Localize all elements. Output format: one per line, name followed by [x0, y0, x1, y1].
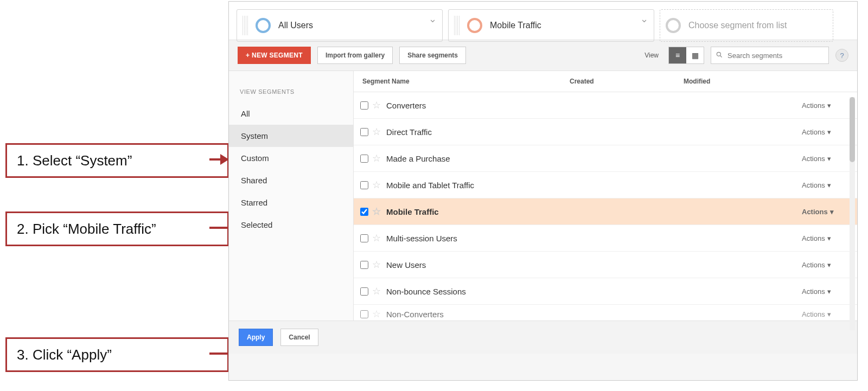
- table-row[interactable]: ☆ Made a Purchase Actions▾: [354, 145, 857, 172]
- row-actions-menu[interactable]: Actions▾: [802, 287, 857, 296]
- view-grid-button[interactable]: ▦: [686, 47, 704, 63]
- sidebar-item-shared[interactable]: Shared: [229, 169, 353, 191]
- segment-card-placeholder[interactable]: Choose segment from list: [660, 9, 833, 42]
- segment-sidebar: VIEW SEGMENTS All System Custom Shared S…: [229, 71, 354, 321]
- star-icon[interactable]: ☆: [370, 232, 383, 244]
- segment-list: Segment Name Created Modified ☆ Converte…: [354, 71, 857, 321]
- actions-label: Actions: [802, 101, 825, 110]
- segment-footer: Apply Cancel: [229, 321, 857, 354]
- table-row[interactable]: ☆ Mobile and Tablet Traffic Actions▾: [354, 172, 857, 198]
- row-checkbox[interactable]: [360, 234, 368, 242]
- segment-list-body[interactable]: ☆ Converters Actions▾ ☆ Direct Traffic A…: [354, 92, 857, 321]
- share-segments-button[interactable]: Share segments: [399, 47, 466, 64]
- star-icon[interactable]: ☆: [370, 152, 383, 164]
- apply-button[interactable]: Apply: [239, 329, 273, 346]
- segment-name: New Users: [383, 260, 574, 270]
- row-checkbox[interactable]: [360, 155, 368, 163]
- row-checkbox[interactable]: [360, 128, 368, 136]
- row-checkbox[interactable]: [360, 287, 368, 296]
- row-checkbox[interactable]: [360, 181, 368, 189]
- sidebar-item-all[interactable]: All: [229, 102, 353, 125]
- grid-icon: ▦: [692, 51, 699, 60]
- column-header-name[interactable]: Segment Name: [354, 71, 570, 92]
- caret-down-icon: ▾: [827, 234, 831, 242]
- search-icon: [716, 51, 723, 60]
- row-actions-menu[interactable]: Actions▾: [802, 261, 857, 269]
- caret-down-icon: ▾: [827, 261, 831, 269]
- search-segments-box[interactable]: [711, 47, 829, 64]
- import-from-gallery-button[interactable]: Import from gallery: [317, 47, 393, 64]
- sidebar-item-custom[interactable]: Custom: [229, 147, 353, 169]
- caret-down-icon: ▾: [827, 155, 831, 163]
- segment-name: Made a Purchase: [383, 154, 574, 163]
- drag-handle-icon[interactable]: [454, 16, 459, 35]
- star-icon[interactable]: ☆: [370, 179, 383, 191]
- row-actions-menu[interactable]: Actions▾: [802, 234, 857, 242]
- caret-down-icon: ▾: [827, 181, 831, 189]
- column-header-modified[interactable]: Modified: [684, 71, 797, 92]
- sidebar-item-selected[interactable]: Selected: [229, 214, 353, 236]
- view-label: View: [644, 52, 659, 59]
- chevron-down-icon[interactable]: ⌄: [429, 13, 437, 25]
- row-checkbox[interactable]: [360, 208, 368, 216]
- sidebar-item-starred[interactable]: Starred: [229, 191, 353, 214]
- search-segments-input[interactable]: [726, 51, 824, 60]
- row-checkbox[interactable]: [360, 310, 368, 318]
- help-icon[interactable]: ?: [835, 49, 848, 62]
- new-segment-button[interactable]: + NEW SEGMENT: [238, 47, 311, 64]
- segment-name: Converters: [383, 101, 574, 110]
- view-list-button[interactable]: ≡: [669, 47, 686, 63]
- table-row[interactable]: ☆ Converters Actions▾: [354, 92, 857, 119]
- annotation-step-3-text: 3. Click “Apply”: [17, 347, 112, 363]
- segment-picker: VIEW SEGMENTS All System Custom Shared S…: [229, 71, 857, 321]
- view-toggle: ≡ ▦: [668, 47, 704, 64]
- star-icon[interactable]: ☆: [370, 259, 383, 271]
- star-icon[interactable]: ☆: [370, 126, 383, 138]
- actions-label: Actions: [802, 128, 825, 136]
- star-icon[interactable]: ☆: [370, 308, 383, 320]
- table-row[interactable]: ☆ Direct Traffic Actions▾: [354, 119, 857, 145]
- row-actions-menu[interactable]: Actions▾: [802, 208, 857, 216]
- segment-card-all-users[interactable]: All Users ⌄: [237, 9, 443, 42]
- star-icon[interactable]: ☆: [370, 206, 383, 217]
- actions-label: Actions: [802, 155, 825, 163]
- star-icon[interactable]: ☆: [370, 99, 383, 111]
- segment-name: Direct Traffic: [383, 127, 574, 137]
- segment-name: Mobile Traffic: [383, 207, 574, 216]
- annotation-step-1-text: 1. Select “System”: [17, 152, 132, 169]
- scrollbar-thumb[interactable]: [850, 97, 855, 162]
- annotation-step-2-text: 2. Pick “Mobile Traffic”: [17, 221, 156, 238]
- row-checkbox[interactable]: [360, 261, 368, 269]
- row-actions-menu[interactable]: Actions▾: [802, 181, 857, 189]
- chevron-down-icon[interactable]: ⌄: [640, 13, 648, 25]
- table-row[interactable]: ☆ New Users Actions▾: [354, 252, 857, 278]
- actions-label: Actions: [802, 208, 828, 216]
- table-row-selected[interactable]: ☆ Mobile Traffic Actions▾: [354, 198, 857, 225]
- segment-placeholder-label: Choose segment from list: [688, 21, 787, 30]
- table-row[interactable]: ☆ Multi-session Users Actions▾: [354, 225, 857, 252]
- row-actions-menu[interactable]: Actions▾: [802, 310, 857, 318]
- row-checkbox[interactable]: [360, 101, 368, 110]
- table-row[interactable]: ☆ Non-Converters Actions▾: [354, 305, 857, 321]
- drag-handle-icon[interactable]: [242, 16, 248, 35]
- row-actions-menu[interactable]: Actions▾: [802, 101, 857, 110]
- analytics-panel: All Users ⌄ Mobile Traffic ⌄ Choose segm…: [228, 1, 858, 381]
- star-icon[interactable]: ☆: [370, 285, 383, 297]
- segment-color-dot: [467, 18, 482, 33]
- caret-down-icon: ▾: [827, 101, 831, 110]
- sidebar-item-system[interactable]: System: [229, 125, 353, 147]
- row-actions-menu[interactable]: Actions▾: [802, 155, 857, 163]
- row-actions-menu[interactable]: Actions▾: [802, 128, 857, 136]
- caret-down-icon: ▾: [827, 287, 831, 296]
- cancel-button[interactable]: Cancel: [280, 329, 318, 346]
- table-row[interactable]: ☆ Non-bounce Sessions Actions▾: [354, 278, 857, 305]
- segment-name: Non-Converters: [383, 310, 574, 319]
- column-header-created[interactable]: Created: [570, 71, 684, 92]
- column-header-actions: [797, 71, 857, 92]
- caret-down-icon: ▾: [830, 208, 834, 216]
- caret-down-icon: ▾: [827, 128, 831, 136]
- actions-label: Actions: [802, 310, 825, 318]
- annotation-step-2: 2. Pick “Mobile Traffic”: [5, 211, 229, 246]
- segment-card-mobile-traffic[interactable]: Mobile Traffic ⌄: [448, 9, 654, 42]
- caret-down-icon: ▾: [827, 310, 831, 318]
